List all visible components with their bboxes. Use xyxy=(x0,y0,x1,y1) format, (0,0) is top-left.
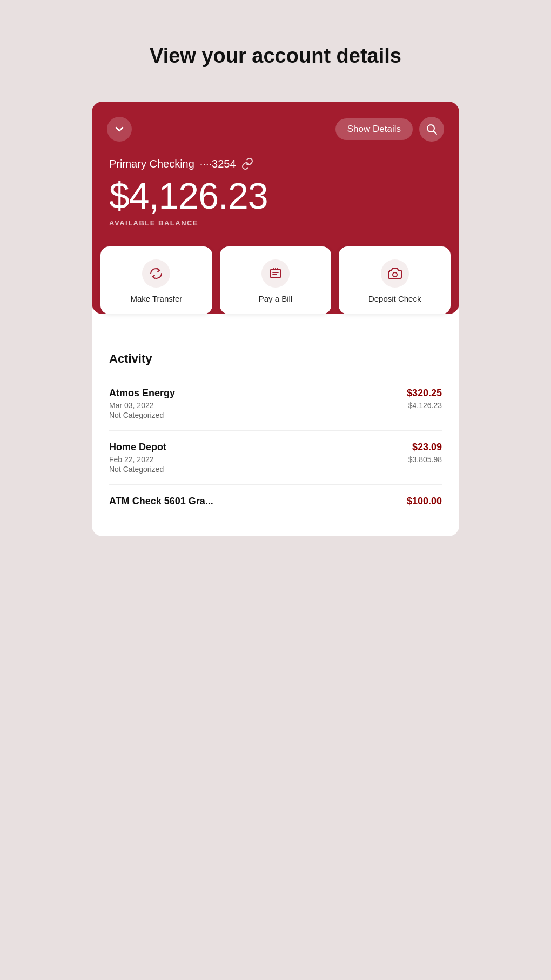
balance-label: AVAILABLE BALANCE xyxy=(109,219,442,227)
svg-line-1 xyxy=(434,131,437,134)
transaction-left: Atmos Energy Mar 03, 2022 Not Categorize… xyxy=(109,388,175,419)
svg-rect-2 xyxy=(271,269,280,278)
transfer-icon-circle xyxy=(142,259,170,288)
transaction-amount: $320.25 xyxy=(407,388,442,399)
transaction-left: Home Depot Feb 22, 2022 Not Categorized xyxy=(109,442,166,474)
card-body: Primary Checking ····3254 $4,126.23 AVAI… xyxy=(92,152,459,228)
account-number: ····3254 xyxy=(200,158,236,170)
transaction-category: Not Categorized xyxy=(109,411,175,419)
transaction-amount: $100.00 xyxy=(407,496,442,507)
make-transfer-label: Make Transfer xyxy=(130,294,182,303)
chevron-down-button[interactable] xyxy=(107,117,132,142)
search-button[interactable] xyxy=(419,117,444,142)
bill-icon-circle xyxy=(261,259,290,288)
svg-point-5 xyxy=(393,272,397,277)
transaction-item[interactable]: Atmos Energy Mar 03, 2022 Not Categorize… xyxy=(109,377,442,431)
main-content: Activity Atmos Energy Mar 03, 2022 Not C… xyxy=(92,309,459,536)
header-right: Show Details xyxy=(335,117,444,142)
transaction-balance: $4,126.23 xyxy=(407,401,442,410)
activity-section: Activity Atmos Energy Mar 03, 2022 Not C… xyxy=(92,352,459,520)
account-card: Show Details Primary Checking ····3254 $… xyxy=(92,102,459,315)
transaction-date: Mar 03, 2022 xyxy=(109,401,175,410)
transaction-name: ATM Check 5601 Gra... xyxy=(109,496,213,507)
transaction-date: Feb 22, 2022 xyxy=(109,455,166,464)
page-title: View your account details xyxy=(150,43,401,69)
show-details-button[interactable]: Show Details xyxy=(335,118,413,140)
account-name: Primary Checking xyxy=(109,158,194,170)
transaction-item[interactable]: Home Depot Feb 22, 2022 Not Categorized … xyxy=(109,431,442,485)
transaction-right: $23.09 $3,805.98 xyxy=(408,442,442,464)
activity-title: Activity xyxy=(109,352,442,366)
transaction-category: Not Categorized xyxy=(109,465,166,474)
transaction-right: $100.00 xyxy=(407,496,442,509)
pay-bill-label: Pay a Bill xyxy=(259,294,293,303)
transaction-item[interactable]: ATM Check 5601 Gra... $100.00 xyxy=(109,485,442,520)
transaction-amount: $23.09 xyxy=(408,442,442,453)
balance-amount: $4,126.23 xyxy=(109,176,442,216)
transaction-name: Atmos Energy xyxy=(109,388,175,399)
deposit-check-label: Deposit Check xyxy=(368,294,421,303)
transaction-balance: $3,805.98 xyxy=(408,455,442,464)
make-transfer-button[interactable]: Make Transfer xyxy=(100,246,212,314)
actions-row: Make Transfer Pay a Bill xyxy=(92,246,459,314)
transaction-right: $320.25 $4,126.23 xyxy=(407,388,442,410)
link-icon xyxy=(241,158,253,170)
deposit-check-button[interactable]: Deposit Check xyxy=(339,246,451,314)
transaction-left: ATM Check 5601 Gra... xyxy=(109,496,213,509)
pay-bill-button[interactable]: Pay a Bill xyxy=(220,246,332,314)
card-header: Show Details xyxy=(92,102,459,152)
account-name-row: Primary Checking ····3254 xyxy=(109,158,442,170)
transaction-name: Home Depot xyxy=(109,442,166,453)
camera-icon-circle xyxy=(381,259,409,288)
